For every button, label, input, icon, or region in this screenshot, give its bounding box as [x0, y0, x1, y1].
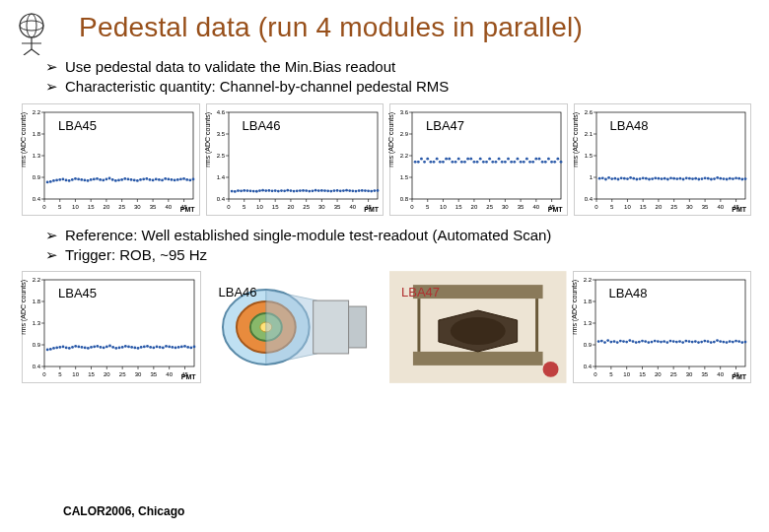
- svg-point-394: [171, 346, 174, 349]
- svg-text:15: 15: [455, 204, 462, 210]
- svg-text:0.9: 0.9: [583, 342, 592, 348]
- svg-point-75: [161, 178, 164, 181]
- svg-text:4.6: 4.6: [216, 109, 225, 115]
- y-axis-label: rms (ADC counts): [571, 280, 578, 335]
- x-axis-label: PMT: [548, 206, 563, 213]
- svg-point-476: [690, 341, 693, 344]
- svg-text:2.2: 2.2: [400, 153, 409, 159]
- chart-label: LBA45: [58, 286, 97, 300]
- svg-text:35: 35: [150, 371, 157, 377]
- svg-text:1.3: 1.3: [583, 320, 592, 326]
- svg-point-73: [155, 177, 158, 180]
- svg-point-162: [370, 189, 373, 192]
- svg-point-164: [376, 189, 379, 192]
- svg-point-395: [175, 347, 177, 350]
- svg-point-470: [671, 340, 674, 343]
- svg-text:0.4: 0.4: [583, 364, 592, 369]
- svg-text:5: 5: [610, 204, 614, 210]
- svg-point-318: [732, 177, 734, 180]
- svg-point-225: [504, 160, 507, 163]
- svg-point-60: [114, 179, 117, 182]
- svg-text:25: 25: [486, 204, 493, 210]
- svg-point-493: [743, 341, 746, 344]
- svg-point-396: [177, 346, 180, 349]
- svg-point-379: [124, 345, 127, 348]
- svg-point-464: [653, 340, 656, 343]
- svg-point-78: [171, 178, 174, 181]
- svg-point-227: [510, 160, 513, 163]
- svg-text:5: 5: [609, 371, 613, 377]
- x-axis-label: PMT: [180, 206, 195, 213]
- svg-point-126: [258, 189, 261, 192]
- svg-point-317: [728, 176, 731, 179]
- svg-point-452: [615, 341, 618, 344]
- bullets-top: Use pedestal data to validate the Min.Bi…: [45, 57, 751, 98]
- svg-point-491: [737, 340, 740, 343]
- svg-text:15: 15: [88, 371, 95, 377]
- svg-point-202: [433, 160, 436, 163]
- svg-text:15: 15: [639, 371, 646, 377]
- svg-point-84: [188, 178, 191, 181]
- svg-point-148: [326, 189, 329, 192]
- svg-point-300: [675, 177, 678, 180]
- svg-point-295: [660, 177, 663, 180]
- svg-point-52: [90, 178, 93, 181]
- svg-point-307: [697, 177, 700, 180]
- svg-point-38: [46, 180, 49, 183]
- svg-point-364: [77, 346, 80, 349]
- chart-lba48-bottom: rms (ADC counts) LBA48 05101520253035404…: [573, 271, 752, 383]
- svg-point-67: [136, 179, 139, 182]
- svg-point-70: [145, 177, 148, 180]
- svg-point-276: [600, 176, 603, 179]
- svg-point-242: [556, 157, 559, 160]
- svg-point-475: [687, 340, 690, 343]
- svg-point-400: [189, 347, 192, 350]
- svg-point-314: [719, 176, 722, 179]
- svg-text:35: 35: [701, 371, 708, 377]
- svg-text:0: 0: [410, 204, 414, 210]
- svg-point-321: [740, 177, 743, 180]
- svg-text:3.5: 3.5: [216, 131, 225, 137]
- svg-point-362: [71, 346, 74, 349]
- svg-point-157: [354, 189, 357, 192]
- svg-point-203: [436, 157, 439, 160]
- svg-text:25: 25: [670, 204, 677, 210]
- svg-text:30: 30: [318, 204, 325, 210]
- chart-label: LBA48: [610, 118, 649, 133]
- svg-point-153: [341, 189, 344, 192]
- svg-point-74: [158, 178, 161, 181]
- svg-point-296: [663, 176, 665, 179]
- svg-text:1.8: 1.8: [583, 299, 592, 304]
- svg-point-359: [62, 346, 65, 349]
- svg-point-461: [644, 340, 647, 343]
- svg-text:10: 10: [72, 371, 79, 377]
- svg-point-133: [280, 189, 283, 192]
- svg-point-487: [725, 341, 728, 344]
- svg-text:25: 25: [119, 371, 126, 377]
- svg-point-363: [74, 345, 77, 348]
- svg-point-370: [96, 345, 99, 348]
- svg-point-446: [596, 340, 599, 343]
- svg-text:25: 25: [303, 204, 310, 210]
- svg-point-414: [543, 362, 559, 377]
- svg-point-319: [734, 176, 737, 179]
- svg-point-142: [308, 189, 311, 192]
- svg-point-119: [237, 189, 240, 192]
- svg-point-0: [20, 14, 43, 37]
- svg-point-220: [488, 157, 491, 160]
- svg-point-228: [513, 160, 516, 163]
- svg-point-284: [626, 177, 629, 180]
- svg-point-234: [531, 160, 534, 163]
- svg-point-489: [731, 341, 734, 344]
- svg-point-204: [439, 160, 442, 163]
- svg-point-61: [117, 178, 120, 181]
- svg-point-279: [610, 177, 613, 180]
- svg-point-132: [276, 189, 279, 192]
- svg-point-322: [743, 177, 746, 180]
- svg-point-83: [185, 178, 188, 181]
- svg-point-66: [133, 178, 136, 181]
- svg-point-43: [61, 177, 64, 180]
- svg-point-390: [159, 346, 162, 349]
- svg-point-373: [105, 346, 108, 349]
- svg-point-468: [665, 341, 668, 344]
